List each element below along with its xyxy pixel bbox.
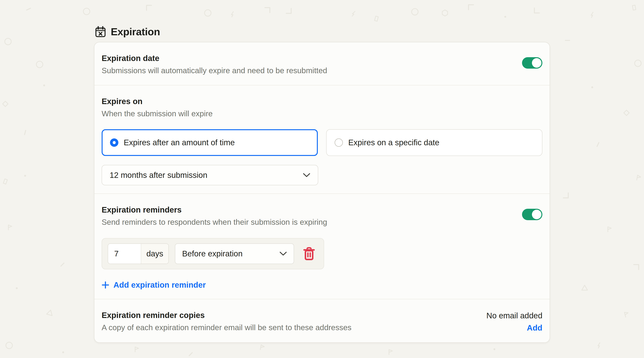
reminder-copies-title: Expiration reminder copies xyxy=(102,310,352,321)
chevron-down-icon xyxy=(303,173,310,177)
radio-icon xyxy=(334,138,343,147)
reminder-amount-input[interactable] xyxy=(108,244,141,264)
toggle-knob xyxy=(532,58,542,68)
expiration-settings-panel: Expiration Expiration date Submissions w… xyxy=(94,24,550,343)
radio-label: Expires on a specific date xyxy=(348,138,440,147)
calendar-x-icon xyxy=(95,26,106,37)
reminder-amount-group: days xyxy=(108,243,169,264)
add-reminder-button[interactable]: Add expiration reminder xyxy=(102,280,206,290)
page-title: Expiration xyxy=(111,26,160,38)
radio-expires-specific-date[interactable]: Expires on a specific date xyxy=(326,129,542,156)
delete-reminder-button[interactable] xyxy=(303,247,315,261)
plus-icon xyxy=(102,281,109,289)
add-email-button[interactable]: Add xyxy=(527,323,542,332)
chevron-down-icon xyxy=(280,252,287,256)
screen: { "colors": { "background": "#F4F3EE", "… xyxy=(0,0,644,358)
duration-select[interactable]: 12 months after submission xyxy=(102,165,318,185)
trash-icon xyxy=(303,247,315,261)
reminder-row: days Before expiration xyxy=(102,238,324,269)
expiration-date-title: Expiration date xyxy=(102,53,327,64)
add-reminder-label: Add expiration reminder xyxy=(114,280,206,290)
expires-on-title: Expires on xyxy=(102,96,542,107)
section-header: Expiration xyxy=(95,24,550,39)
expiration-card: Expiration date Submissions will automat… xyxy=(94,42,550,343)
expiration-date-section: Expiration date Submissions will automat… xyxy=(94,42,550,85)
expires-on-section: Expires on When the submission will expi… xyxy=(94,85,550,194)
reminder-copies-description: A copy of each expiration reminder email… xyxy=(102,322,352,333)
radio-label: Expires after an amount of time xyxy=(124,138,235,147)
radio-expires-after-time[interactable]: Expires after an amount of time xyxy=(102,129,318,156)
toggle-knob xyxy=(532,210,542,219)
radio-icon xyxy=(110,138,118,147)
expires-on-description: When the submission will expire xyxy=(102,108,542,119)
expiration-reminders-title: Expiration reminders xyxy=(102,204,327,216)
reminder-unit-label: days xyxy=(141,244,168,264)
duration-select-value: 12 months after submission xyxy=(110,170,208,180)
reminder-timing-value: Before expiration xyxy=(182,249,243,258)
reminder-copies-section: Expiration reminder copies A copy of eac… xyxy=(94,299,550,342)
expiration-reminders-toggle[interactable] xyxy=(522,209,542,220)
expiration-reminders-section: Expiration reminders Send reminders to r… xyxy=(94,194,550,299)
no-email-status: No email added xyxy=(486,310,542,321)
expiration-date-description: Submissions will automatically expire an… xyxy=(102,65,327,76)
reminder-timing-select[interactable]: Before expiration xyxy=(175,243,294,264)
expiration-date-toggle[interactable] xyxy=(522,57,542,69)
expires-on-options: Expires after an amount of time Expires … xyxy=(102,129,542,156)
expiration-reminders-description: Send reminders to respondents when their… xyxy=(102,217,327,227)
